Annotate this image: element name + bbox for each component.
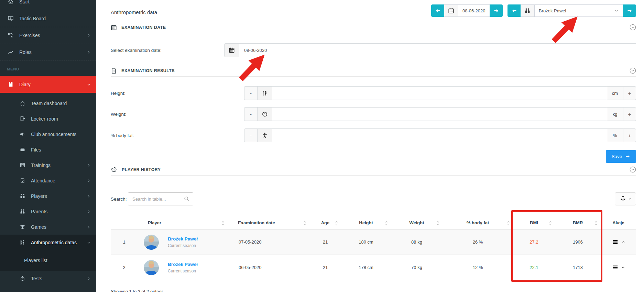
search-label: Search:	[111, 196, 128, 202]
row-actions-button[interactable]	[612, 264, 625, 271]
sidebar-item-locker-room[interactable]: Locker-room	[0, 111, 96, 126]
sidebar-item-players[interactable]: Players	[0, 188, 96, 204]
table-row: 1 Brożek Paweł Current season 07-05-2020…	[111, 229, 636, 255]
sort-icon[interactable]	[594, 220, 598, 226]
main-content: Anthropometric data Brożek Paweł EXAMINA…	[96, 0, 644, 292]
exam-date-header[interactable]: Examination date	[228, 216, 309, 229]
sidebar-item-label: Exercises	[19, 33, 40, 38]
save-button[interactable]: Save	[606, 150, 636, 163]
weight-icon	[257, 107, 272, 121]
export-button[interactable]	[615, 192, 636, 205]
weight-cell: 70 kg	[391, 255, 443, 280]
sidebar-item-label: Games	[31, 224, 46, 230]
decrement-button[interactable]: -	[244, 107, 257, 121]
sidebar-item-players-list[interactable]: Players list	[0, 250, 96, 271]
arrow-right-icon	[627, 8, 633, 14]
player-prev-button[interactable]	[507, 4, 521, 17]
sort-icon[interactable]	[548, 220, 552, 226]
page-title: Anthropometric data	[111, 9, 157, 15]
field-label: Weight:	[111, 112, 244, 117]
sidebar-item-attendance[interactable]: Attendance	[0, 173, 96, 188]
row-actions-button[interactable]	[612, 239, 625, 245]
row-index: 2	[111, 255, 138, 280]
sidebar-item-label: Anthropometric datas	[31, 240, 77, 245]
sidebar-item-games[interactable]: Games	[0, 219, 96, 235]
actions-header: Akcje	[601, 216, 636, 229]
date-next-button[interactable]	[490, 4, 503, 17]
collapse-section-button[interactable]	[630, 166, 636, 173]
arrow-left-icon	[435, 8, 441, 14]
weight-cell: 88 kg	[391, 229, 443, 255]
increment-button[interactable]: +	[623, 128, 636, 142]
field-label: % body fat:	[111, 133, 244, 138]
menu-icon	[612, 264, 619, 271]
examination-date-input[interactable]	[239, 43, 636, 57]
body-fat-cell: 26 %	[443, 229, 513, 255]
table-row: 2 Brożek Paweł Current season 06-05-2020…	[111, 255, 636, 280]
player-history-header: PLAYER HISTORY	[111, 166, 636, 173]
collapse-section-button[interactable]	[630, 67, 636, 74]
sidebar-item-files[interactable]: Files	[0, 142, 96, 157]
player-next-button[interactable]	[623, 4, 636, 17]
sidebar-item-roles[interactable]: Roles	[0, 44, 96, 61]
chevron-up-icon	[621, 266, 625, 269]
player-history-table: Player Examination date Age Height Weigh…	[111, 216, 636, 280]
decrement-button[interactable]: -	[244, 86, 257, 100]
player-season: Current season	[168, 269, 198, 273]
bmi-cell: 22.1	[513, 255, 555, 280]
arrow-right-icon	[493, 8, 499, 14]
sort-icon[interactable]	[335, 220, 338, 226]
sidebar-item-start[interactable]: Start	[0, 0, 96, 10]
sidebar-item-tactic-board[interactable]: Tactic Board	[0, 10, 96, 27]
body-fat-input[interactable]	[272, 128, 607, 142]
sort-icon[interactable]	[436, 220, 440, 226]
parents-icon	[19, 209, 26, 214]
sidebar-item-label: Files	[31, 147, 41, 153]
collapse-section-button[interactable]	[630, 24, 636, 31]
toolbar-date-input[interactable]	[458, 4, 490, 17]
trophy-icon	[19, 224, 26, 230]
sort-icon[interactable]	[384, 220, 388, 226]
sort-icon[interactable]	[303, 220, 307, 226]
section-title: EXAMINATION DATE	[121, 25, 166, 30]
sidebar-item-team-dashboard[interactable]: Team dashboard	[0, 96, 96, 111]
sidebar-active-section: Anthropometric datas Players list	[0, 235, 96, 271]
height-input[interactable]	[272, 86, 607, 100]
weight-header[interactable]: Weight	[391, 216, 443, 229]
increment-button[interactable]: +	[623, 86, 636, 100]
player-header[interactable]: Player	[138, 216, 228, 229]
height-header[interactable]: Height	[341, 216, 391, 229]
player-link[interactable]: Brożek Paweł	[168, 262, 198, 267]
sidebar-item-diary[interactable]: Diary	[0, 76, 96, 93]
chevron-down-icon	[87, 240, 91, 245]
tactic-board-icon	[7, 15, 14, 22]
increment-button[interactable]: +	[623, 107, 636, 121]
search-icon	[184, 196, 190, 202]
decrement-button[interactable]: -	[244, 128, 257, 142]
sidebar-item-tests[interactable]: Tests	[0, 271, 96, 286]
bmi-header[interactable]: BMI	[513, 216, 555, 229]
age-header[interactable]: Age	[309, 216, 341, 229]
age-cell: 21	[309, 229, 341, 255]
sidebar-item-parents[interactable]: Parents	[0, 204, 96, 219]
sidebar-item-trainings[interactable]: Trainings	[0, 157, 96, 173]
sidebar-item-label: Tests	[31, 276, 42, 281]
sidebar-item-club-announcements[interactable]: Club announcements	[0, 126, 96, 142]
sort-icon[interactable]	[221, 220, 225, 226]
sidebar-item-anthropometric-datas[interactable]: Anthropometric datas	[0, 235, 96, 250]
exam-date-cell: 06-05-2020	[228, 255, 309, 280]
sidebar-item-exercises[interactable]: Exercises	[0, 27, 96, 44]
toolbar: Brożek Paweł	[431, 4, 636, 17]
player-link[interactable]: Brożek Paweł	[168, 236, 198, 242]
player-select[interactable]: Brożek Paweł	[534, 4, 623, 17]
weight-input[interactable]	[272, 107, 607, 121]
bmr-cell: 1906	[555, 229, 601, 255]
roles-icon	[7, 49, 14, 55]
weight-row: Weight: - kg +	[111, 107, 636, 121]
sidebar-item-label: Tactic Board	[19, 16, 46, 21]
date-prev-button[interactable]	[431, 4, 444, 17]
megaphone-icon	[19, 131, 26, 137]
bmr-header[interactable]: BMR	[555, 216, 601, 229]
body-fat-header[interactable]: % body fat	[443, 216, 513, 229]
sort-icon[interactable]	[506, 220, 510, 226]
